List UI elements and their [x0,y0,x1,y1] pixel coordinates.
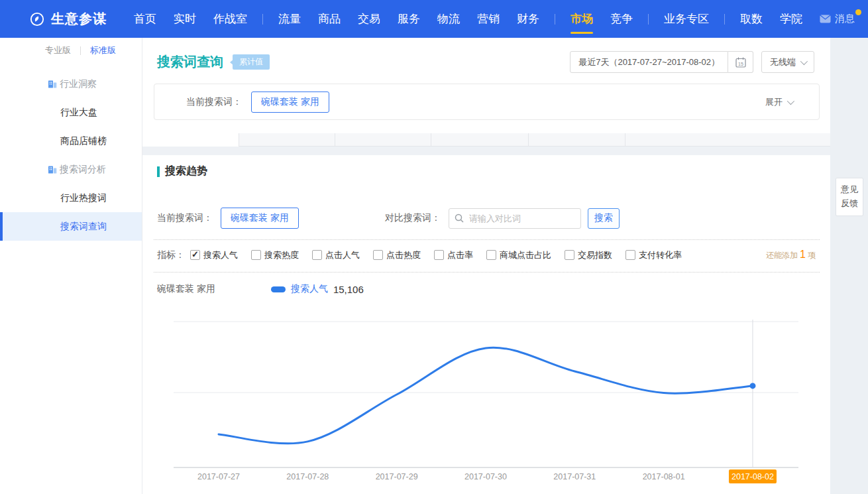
metric-checkbox-商城点击占比[interactable]: 商城点击占比 [486,249,551,261]
metric-tab-4[interactable] [528,133,625,147]
metric-label: 商城点击占比 [500,249,551,261]
nav-item-财务[interactable]: 财务 [517,0,539,38]
x-tick-label: 2017-08-01 [643,472,685,481]
legend-line-marker [271,286,286,292]
nav-item-取数[interactable]: 取数 [740,0,763,38]
metric-checkbox-点击率[interactable]: 点击率 [434,249,473,261]
current-term-box: 当前搜索词： 碗碟套装 家用 展开 [154,84,820,120]
nav-item-首页[interactable]: 首页 [134,0,156,38]
nav-item-营销[interactable]: 营销 [477,0,500,38]
nav-item-服务[interactable]: 服务 [398,0,420,38]
main-content: 搜索词查询 累计值 最近7天（2017-07-27~2017-08-02） 15 [142,38,830,494]
section-title: 搜索趋势 [165,164,207,178]
sidebar-item-搜索词查询[interactable]: 搜索词查询 [0,212,142,241]
metric-tab-strip [142,133,830,147]
feedback-label-line2: 反馈 [841,197,858,211]
x-tick-label: 2017-07-30 [464,472,507,481]
trend-chart[interactable]: 2017-07-272017-07-282017-07-292017-07-30… [142,302,830,494]
right-rail: 意见 反馈 [830,38,868,494]
sidebar-item-商品店铺榜[interactable]: 商品店铺榜 [0,127,142,155]
nav-group-divider [555,14,555,25]
nav-item-交易[interactable]: 交易 [358,0,380,38]
x-tick-label: 2017-07-27 [197,472,240,481]
checkbox-icon[interactable] [434,250,444,260]
calendar-button[interactable]: 15 [728,51,753,73]
checkbox-checked-icon[interactable] [190,250,200,260]
chevron-down-icon [787,97,794,104]
remaining-suffix: 项 [808,251,816,260]
industry-insight-icon [48,79,58,89]
nav-group-divider [262,14,263,25]
svg-text:15: 15 [738,61,743,66]
sidebar-item-行业热搜词[interactable]: 行业热搜词 [0,184,142,212]
checkbox-icon[interactable] [312,250,322,260]
feedback-label-line1: 意见 [841,183,858,197]
legend-metric-name: 搜索人气 [291,283,328,295]
divider [154,239,820,240]
nav-group-divider [648,14,649,25]
message-envelope-icon [820,15,831,23]
search-trend-card: 搜索趋势 当前搜索词： 碗碟套装 家用 对比搜索词： 搜索 [142,155,830,494]
feedback-button[interactable]: 意见 反馈 [836,178,863,216]
trend-line [219,347,753,444]
nav-item-实时[interactable]: 实时 [174,0,196,38]
checkbox-icon[interactable] [565,250,574,260]
current-term-button[interactable]: 碗碟套装 家用 [251,92,329,113]
calendar-icon: 15 [735,56,747,68]
nav-item-市场[interactable]: 市场 [570,0,593,38]
sidebar: 专业版 标准版 行业洞察行业大盘商品店铺榜搜索词分析行业热搜词搜索词查询 [0,38,142,494]
chevron-down-icon [800,57,808,64]
trend-current-term-label: 当前搜索词： [157,212,213,224]
nav-item-业务专区[interactable]: 业务专区 [664,0,709,38]
metric-tab-3[interactable] [431,133,528,147]
section-accent-bar [157,166,160,177]
metric-tab-0[interactable] [142,133,239,147]
metric-checkbox-支付转化率[interactable]: 支付转化率 [625,249,682,261]
divider [154,272,820,273]
nav-item-作战室[interactable]: 作战室 [213,0,247,38]
sidebar-menu: 行业洞察行业大盘商品店铺榜搜索词分析行业热搜词搜索词查询 [0,60,142,241]
expand-link[interactable]: 展开 [765,96,792,108]
metric-tab-1[interactable] [239,133,335,147]
checkbox-icon[interactable] [373,250,383,260]
app-screen: 生意参谋 首页实时作战室流量商品交易服务物流营销财务市场竞争业务专区取数学院 消… [0,0,868,494]
nav-item-学院[interactable]: 学院 [780,0,802,38]
checkbox-icon[interactable] [625,250,635,260]
metrics-list: 搜索人气搜索热度点击人气点击热度点击率商城点击占比交易指数支付转化率 [190,249,695,261]
metrics-label: 指标： [157,249,185,261]
x-tick-label: 2017-07-28 [286,472,329,481]
trend-chart-svg: 2017-07-272017-07-282017-07-292017-07-30… [142,302,830,494]
version-tabs: 专业版 标准版 [0,38,142,60]
metric-checkbox-交易指数[interactable]: 交易指数 [565,249,612,261]
metric-checkbox-搜索人气[interactable]: 搜索人气 [190,249,238,261]
search-button[interactable]: 搜索 [588,208,620,229]
version-tab-pro[interactable]: 专业版 [45,44,71,56]
search-icon [455,214,464,223]
metric-label: 点击人气 [325,249,360,261]
checkbox-icon[interactable] [486,250,496,260]
sidebar-item-行业大盘[interactable]: 行业大盘 [0,98,142,127]
checkbox-icon[interactable] [251,250,261,260]
nav-item-竞争[interactable]: 竞争 [610,0,633,38]
trend-current-term-button[interactable]: 碗碟套装 家用 [221,208,299,229]
metric-label: 搜索人气 [203,249,238,261]
compare-term-input[interactable] [449,208,581,229]
metric-tab-2[interactable] [335,133,431,147]
metric-tab-5[interactable] [625,133,830,147]
x-tick-label: 2017-07-31 [553,472,596,481]
legend-metric-value: 15,106 [333,284,364,295]
nav-item-流量[interactable]: 流量 [278,0,301,38]
nav-item-商品[interactable]: 商品 [318,0,341,38]
metric-checkbox-点击热度[interactable]: 点击热度 [373,249,421,261]
terminal-dropdown[interactable]: 无线端 [761,51,814,73]
metric-label: 交易指数 [578,249,612,261]
metric-checkbox-点击人气[interactable]: 点击人气 [312,249,360,261]
version-tab-standard[interactable]: 标准版 [90,44,116,56]
nav-item-物流[interactable]: 物流 [437,0,460,38]
page-title: 搜索词查询 [157,53,223,71]
metric-checkbox-搜索热度[interactable]: 搜索热度 [251,249,299,261]
date-range-button[interactable]: 最近7天（2017-07-27~2017-08-02） [570,51,728,73]
message-button[interactable]: 消息 [820,13,855,25]
top-nav: 生意参谋 首页实时作战室流量商品交易服务物流营销财务市场竞争业务专区取数学院 消… [0,0,868,38]
date-range-group: 最近7天（2017-07-27~2017-08-02） 15 无线端 [570,51,814,73]
